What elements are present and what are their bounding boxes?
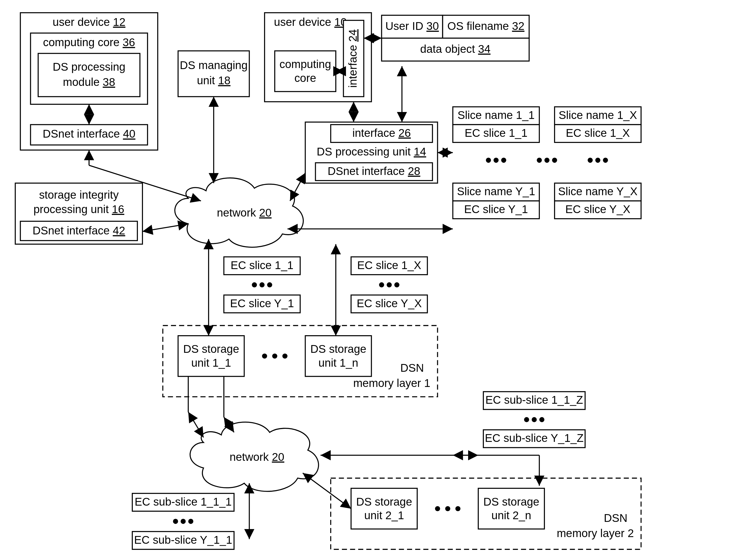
svg-text:data object 34: data object 34 bbox=[420, 43, 491, 55]
svg-text:DS storage: DS storage bbox=[356, 496, 412, 508]
ec-subslice-left: EC sub-slice 1_1_1 EC sub-slice Y_1_1 bbox=[132, 493, 234, 549]
dsn-layer-1: DS storage unit 1_1 DS storage unit 1_n … bbox=[163, 326, 437, 397]
svg-point-67 bbox=[537, 158, 542, 163]
svg-point-112 bbox=[181, 519, 186, 524]
svg-point-79 bbox=[260, 282, 264, 287]
svg-rect-10 bbox=[178, 51, 250, 97]
svg-text:OS filename 32: OS filename 32 bbox=[447, 20, 524, 32]
ds-processing-unit: interface 26 DS processing unit 14 DSnet… bbox=[305, 122, 437, 183]
svg-point-85 bbox=[379, 282, 384, 287]
ellipsis-icon bbox=[486, 158, 608, 163]
svg-point-80 bbox=[267, 282, 272, 287]
svg-rect-94 bbox=[305, 336, 371, 377]
network-cloud-1: network 20 bbox=[175, 178, 303, 247]
svg-point-68 bbox=[544, 158, 550, 163]
svg-text:DS storage: DS storage bbox=[183, 343, 239, 355]
svg-text:DSnet interface 40: DSnet interface 40 bbox=[43, 128, 135, 140]
svg-text:DS processing: DS processing bbox=[53, 61, 125, 73]
svg-text:user device 10: user device 10 bbox=[274, 16, 347, 28]
svg-point-72 bbox=[603, 158, 608, 163]
svg-point-64 bbox=[486, 158, 491, 163]
network-cloud-2: network 20 bbox=[190, 422, 318, 492]
svg-text:unit 1_1: unit 1_1 bbox=[191, 357, 231, 369]
svg-text:EC slice 1_1: EC slice 1_1 bbox=[231, 259, 294, 272]
svg-text:unit 2_n: unit 2_n bbox=[491, 509, 531, 522]
svg-text:EC sub-slice Y_1_1: EC sub-slice Y_1_1 bbox=[134, 534, 232, 546]
svg-point-70 bbox=[588, 158, 593, 163]
svg-text:memory layer 2: memory layer 2 bbox=[557, 527, 634, 539]
svg-point-78 bbox=[252, 282, 257, 287]
svg-text:EC slice Y_1: EC slice Y_1 bbox=[230, 297, 294, 309]
svg-text:computing core 36: computing core 36 bbox=[43, 36, 135, 48]
svg-text:unit 2_1: unit 2_1 bbox=[364, 509, 404, 522]
ec-slice-columns: EC slice 1_1 EC slice Y_1 EC slice 1_X E… bbox=[224, 257, 427, 313]
svg-text:storage integrity: storage integrity bbox=[39, 188, 119, 201]
svg-point-133 bbox=[445, 506, 450, 511]
svg-text:Slice name Y_X: Slice name Y_X bbox=[558, 185, 637, 198]
svg-point-86 bbox=[387, 282, 392, 287]
svg-text:EC sub-slice 1_1_Z: EC sub-slice 1_1_Z bbox=[486, 394, 583, 406]
svg-text:EC slice 1_X: EC slice 1_X bbox=[566, 127, 630, 139]
svg-text:user device 12: user device 12 bbox=[53, 16, 125, 28]
svg-text:network 20: network 20 bbox=[217, 206, 272, 219]
dsn-layer-2: DS storage unit 2_1 DS storage unit 2_n … bbox=[331, 478, 641, 549]
svg-point-69 bbox=[552, 158, 557, 163]
svg-text:interface 24: interface 24 bbox=[346, 29, 359, 88]
svg-point-99 bbox=[282, 354, 288, 359]
svg-text:DSN: DSN bbox=[400, 362, 424, 374]
svg-point-97 bbox=[262, 354, 267, 359]
svg-text:Slice name Y_1: Slice name Y_1 bbox=[457, 185, 535, 198]
svg-text:Slice name 1_X: Slice name 1_X bbox=[558, 109, 637, 121]
svg-point-71 bbox=[595, 158, 600, 163]
svg-rect-4 bbox=[38, 53, 140, 97]
svg-text:Slice name 1_1: Slice name 1_1 bbox=[457, 109, 535, 121]
svg-point-65 bbox=[493, 158, 498, 163]
svg-line-46 bbox=[142, 224, 188, 232]
svg-line-105 bbox=[224, 417, 234, 432]
svg-text:network 20: network 20 bbox=[230, 451, 284, 463]
svg-text:EC slice 1_X: EC slice 1_X bbox=[357, 259, 421, 272]
svg-text:EC sub-slice Y_1_Z: EC sub-slice Y_1_Z bbox=[485, 432, 583, 444]
svg-text:DSnet interface 42: DSnet interface 42 bbox=[33, 224, 125, 237]
svg-text:unit 1_n: unit 1_n bbox=[318, 357, 358, 369]
svg-text:DS storage: DS storage bbox=[311, 343, 366, 355]
svg-text:memory layer 1: memory layer 1 bbox=[353, 377, 430, 389]
svg-point-98 bbox=[272, 354, 277, 359]
svg-rect-126 bbox=[351, 488, 417, 529]
svg-text:DS managing: DS managing bbox=[180, 59, 247, 72]
svg-point-113 bbox=[188, 519, 193, 524]
svg-point-121 bbox=[539, 417, 544, 422]
user-device-12: user device 12 computing core 36 DS proc… bbox=[20, 13, 158, 150]
svg-text:interface 26: interface 26 bbox=[352, 127, 411, 139]
diagram-root: user device 12 computing core 36 DS proc… bbox=[0, 0, 753, 559]
svg-text:unit 18: unit 18 bbox=[197, 74, 231, 87]
data-object-table: User ID 30 OS filename 32 data object 34 bbox=[382, 15, 529, 61]
storage-integrity-unit: storage integrity processing unit 16 DSn… bbox=[15, 183, 142, 244]
svg-text:EC slice 1_1: EC slice 1_1 bbox=[465, 127, 528, 139]
svg-text:User ID 30: User ID 30 bbox=[385, 20, 439, 32]
svg-text:core: core bbox=[295, 72, 316, 84]
svg-point-132 bbox=[435, 506, 440, 511]
svg-point-87 bbox=[394, 282, 399, 287]
svg-point-134 bbox=[455, 506, 460, 511]
svg-text:EC sub-slice 1_1_1: EC sub-slice 1_1_1 bbox=[135, 496, 232, 508]
svg-text:processing unit 16: processing unit 16 bbox=[33, 203, 124, 216]
svg-text:computing: computing bbox=[280, 58, 331, 71]
svg-point-120 bbox=[532, 417, 537, 422]
user-device-10: user device 10 computing core interface … bbox=[264, 13, 372, 102]
svg-point-111 bbox=[173, 519, 178, 524]
ec-subslice-right: EC sub-slice 1_1_Z EC sub-slice Y_1_Z bbox=[483, 392, 585, 448]
svg-text:DSnet interface 28: DSnet interface 28 bbox=[328, 165, 420, 177]
svg-rect-15 bbox=[275, 51, 336, 92]
svg-line-103 bbox=[188, 412, 203, 437]
svg-text:DS processing unit 14: DS processing unit 14 bbox=[317, 145, 426, 158]
svg-text:EC slice Y_X: EC slice Y_X bbox=[565, 203, 630, 216]
svg-line-45 bbox=[290, 173, 305, 201]
svg-rect-129 bbox=[478, 488, 544, 529]
svg-text:EC slice Y_X: EC slice Y_X bbox=[357, 297, 422, 309]
ds-managing-unit: DS managing unit 18 bbox=[178, 51, 250, 97]
svg-point-119 bbox=[524, 417, 529, 422]
svg-text:DSN: DSN bbox=[604, 512, 628, 524]
svg-text:EC slice Y_1: EC slice Y_1 bbox=[464, 203, 528, 216]
slice-grid: Slice name 1_1 EC slice 1_1 Slice name 1… bbox=[453, 107, 641, 219]
